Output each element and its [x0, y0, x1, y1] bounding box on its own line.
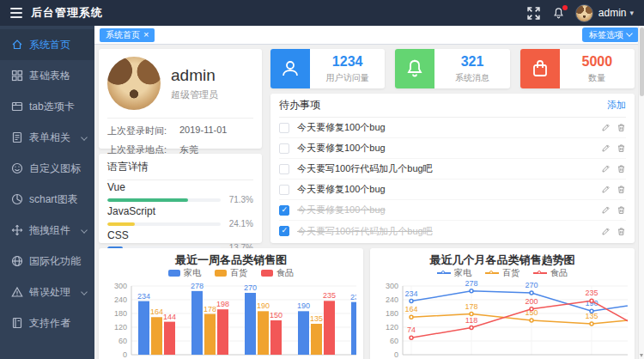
sidebar-item-label: tab选项卡	[29, 100, 75, 114]
legend-label: 百货	[230, 267, 247, 279]
todo-item: 今天要修复100个bug	[279, 180, 626, 200]
sidebar-item-label: 错误处理	[29, 285, 70, 300]
svg-text:190: 190	[257, 301, 270, 310]
bar-chart-plot: 060120180240300周一234164144周二278178198周三2…	[106, 281, 356, 359]
user-menu-caret-icon[interactable]: ▾	[629, 9, 634, 17]
tab-options-button[interactable]: 标签选项	[582, 27, 639, 42]
delete-icon[interactable]	[617, 227, 626, 236]
edit-icon[interactable]	[601, 205, 611, 215]
todo-item: 今天要写100行代码加几个bug吧	[279, 159, 626, 180]
language-name: Vue	[107, 182, 253, 193]
todo-add-link[interactable]: 添加	[607, 99, 626, 112]
sidebar-item-tabs[interactable]: tab选项卡	[0, 91, 94, 122]
svg-text:270: 270	[525, 281, 538, 289]
sidebar-item-label: schart图表	[29, 192, 78, 207]
todo-text: 今天要修复100个bug	[297, 142, 601, 155]
legend-label: 百货	[502, 267, 519, 279]
sidebar-item-label: 基础表格	[29, 69, 70, 83]
tab-label: 系统首页	[106, 29, 140, 41]
tab-home[interactable]: 系统首页 ×	[100, 28, 155, 42]
todo-checkbox[interactable]	[279, 164, 289, 174]
pie-chart-icon	[11, 193, 23, 205]
main-area: 系统首页 × 标签选项 admin 超级管理员	[94, 26, 644, 359]
header-username[interactable]: admin	[598, 7, 627, 19]
sidebar-item-custom-icons[interactable]: 自定义图标	[0, 153, 94, 184]
svg-text:178: 178	[465, 302, 477, 311]
legend-item[interactable]: 食品	[261, 267, 294, 279]
todo-checkbox[interactable]	[279, 205, 289, 216]
stat-label: 数量	[588, 72, 605, 84]
svg-text:200: 200	[525, 297, 538, 306]
edit-icon[interactable]	[601, 164, 611, 173]
sidebar-item-i18n[interactable]: 国际化功能	[0, 246, 94, 277]
legend-swatch	[261, 270, 273, 277]
svg-text:120: 120	[386, 323, 398, 332]
delete-icon[interactable]	[617, 164, 626, 173]
sidebar-item-schart[interactable]: schart图表	[0, 184, 94, 215]
delete-icon[interactable]	[617, 185, 626, 194]
delete-icon[interactable]	[617, 123, 626, 132]
sidebar-item-errors[interactable]: 错误处理	[0, 277, 94, 307]
sidebar-item-forms[interactable]: 表单相关	[0, 122, 94, 153]
header-avatar[interactable]	[575, 4, 593, 22]
vertical-scrollbar[interactable]	[638, 26, 644, 359]
svg-text:150: 150	[270, 311, 283, 319]
chart-title: 最近一周各品类销售图	[106, 253, 356, 267]
svg-text:234: 234	[137, 292, 150, 301]
legend-item[interactable]: 家电	[437, 267, 471, 279]
svg-text:300: 300	[386, 282, 398, 290]
weekly-sales-bar-chart-card: 最近一周各品类销售图 家电 百货 食品 060120180240300周一234…	[99, 248, 363, 359]
sidebar-item-home[interactable]: 系统首页	[0, 29, 94, 60]
chart-legend: 家电 百货 食品	[377, 267, 628, 279]
scrollbar-down-arrow-icon[interactable]	[640, 354, 643, 357]
todo-checkbox[interactable]	[279, 226, 289, 236]
svg-text:234: 234	[404, 289, 417, 298]
profile-avatar	[107, 57, 161, 110]
edit-icon[interactable]	[601, 185, 611, 194]
delete-icon[interactable]	[617, 143, 626, 153]
last-login-time-value: 2019-11-01	[179, 125, 227, 137]
legend-item[interactable]: 食品	[533, 267, 568, 279]
edit-icon[interactable]	[601, 123, 611, 132]
legend-item[interactable]: 百货	[215, 267, 247, 279]
svg-text:164: 164	[150, 307, 163, 316]
svg-text:0: 0	[123, 350, 127, 359]
languages-card: 语言详情 Vue 71.3% JavaScript	[99, 154, 262, 243]
svg-text:230: 230	[350, 293, 356, 301]
todo-checkbox[interactable]	[279, 185, 289, 195]
sidebar-item-tables[interactable]: 基础表格	[0, 60, 94, 91]
svg-text:74: 74	[407, 326, 416, 334]
scrollbar-thumb[interactable]	[640, 27, 644, 96]
last-login-time-row: 上次登录时间: 2019-11-01	[107, 125, 253, 137]
delete-icon[interactable]	[617, 205, 626, 215]
svg-text:300: 300	[114, 282, 127, 290]
last-login-time-label: 上次登录时间:	[107, 125, 179, 137]
profile-role: 超级管理员	[171, 88, 218, 101]
sidebar-item-label: 国际化功能	[29, 254, 81, 269]
stat-label: 系统消息	[455, 72, 489, 84]
svg-text:278: 278	[465, 281, 477, 288]
sidebar-menu: 系统首页 基础表格 tab选项卡 表单相关 自定义图标 schart图表	[0, 26, 94, 338]
todo-checkbox[interactable]	[279, 123, 289, 133]
notification-bell[interactable]	[540, 7, 565, 20]
close-icon[interactable]: ×	[143, 30, 149, 40]
svg-text:240: 240	[114, 295, 127, 304]
language-row-vue: Vue 71.3%	[107, 182, 253, 204]
todo-checkbox[interactable]	[279, 143, 289, 154]
svg-text:198: 198	[216, 300, 229, 308]
legend-swatch	[533, 272, 547, 274]
todo-title: 待办事项	[279, 98, 320, 113]
legend-item[interactable]: 家电	[168, 267, 201, 279]
edit-icon[interactable]	[601, 227, 611, 236]
legend-item[interactable]: 百货	[485, 267, 519, 279]
hamburger-menu-icon[interactable]	[0, 8, 31, 18]
edit-icon[interactable]	[601, 143, 611, 153]
table-icon	[11, 70, 23, 82]
svg-text:60: 60	[118, 337, 127, 345]
svg-text:180: 180	[114, 309, 127, 318]
sidebar-item-drag[interactable]: 拖拽组件	[0, 215, 94, 246]
progress-percent: 24.1%	[226, 219, 253, 228]
fullscreen-icon[interactable]	[527, 7, 540, 20]
notification-badge	[562, 5, 568, 10]
sidebar-item-donate[interactable]: 支持作者	[0, 307, 94, 338]
